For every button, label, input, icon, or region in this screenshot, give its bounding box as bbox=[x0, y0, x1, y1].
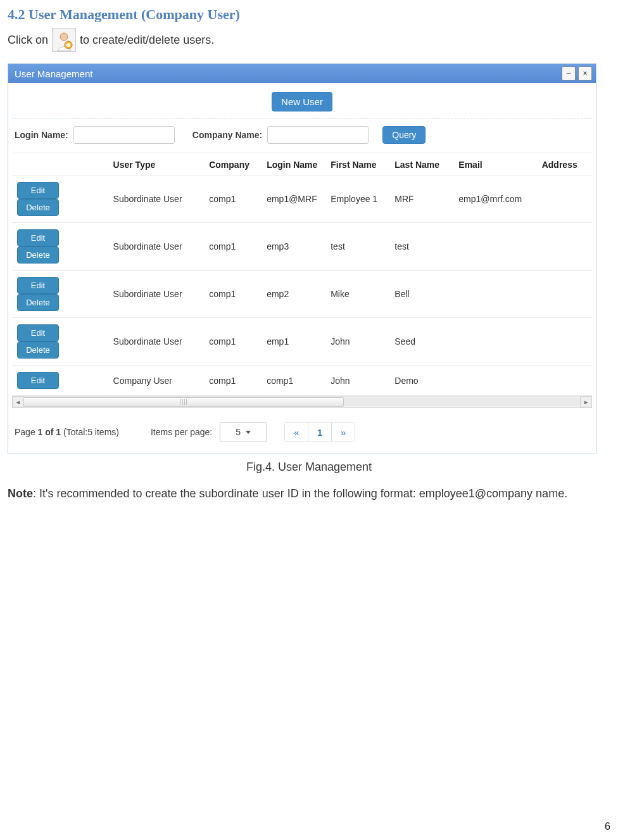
cell-address bbox=[537, 318, 588, 366]
cell-company: comp1 bbox=[204, 270, 262, 318]
cell-company: comp1 bbox=[204, 366, 262, 396]
table-row: EditDeleteSubordinate Usercomp1emp2MikeB… bbox=[12, 270, 592, 318]
row-actions-cell: EditDelete bbox=[12, 270, 108, 318]
table-row: EditCompany Usercomp1comp1JohnDemo bbox=[12, 366, 592, 396]
cell-po bbox=[588, 223, 592, 270]
delete-button[interactable]: Delete bbox=[17, 199, 59, 216]
cell-user-type: Subordinate User bbox=[108, 175, 205, 223]
pager-summary-prefix: Page bbox=[15, 427, 38, 437]
note-paragraph: Note: It's recommended to create the sub… bbox=[8, 485, 610, 502]
cell-first-name: test bbox=[325, 223, 389, 270]
cell-login-name: comp1 bbox=[262, 366, 325, 396]
table-row: EditDeleteSubordinate Usercomp1emp1JohnS… bbox=[12, 318, 592, 366]
intro-before: Click on bbox=[8, 34, 48, 47]
col-company-header: Company bbox=[204, 153, 262, 175]
scroll-left-arrow-icon[interactable]: ◄ bbox=[12, 397, 24, 407]
cell-last-name: MRF bbox=[389, 175, 453, 223]
note-text: : It's recommended to create the subordi… bbox=[33, 487, 567, 500]
delete-button[interactable]: Delete bbox=[17, 246, 59, 264]
edit-button[interactable]: Edit bbox=[17, 372, 59, 389]
cell-login-name: emp1 bbox=[262, 318, 325, 366]
col-po-header: Po bbox=[588, 153, 592, 175]
scroll-right-arrow-icon[interactable]: ► bbox=[580, 397, 592, 407]
col-address-header: Address bbox=[537, 153, 588, 175]
table-wrapper: User Type Company Login Name First Name … bbox=[12, 153, 592, 396]
horizontal-scrollbar[interactable]: ◄ ► bbox=[12, 396, 592, 408]
table-body: EditDeleteSubordinate Usercomp1emp1@MRFE… bbox=[12, 175, 592, 396]
login-name-input[interactable] bbox=[73, 126, 175, 144]
new-user-row: New User bbox=[12, 87, 592, 118]
filter-row: Login Name: Company Name: Query bbox=[12, 125, 592, 151]
edit-button[interactable]: Edit bbox=[17, 182, 59, 199]
note-label: Note bbox=[8, 487, 33, 500]
scroll-thumb[interactable] bbox=[23, 397, 344, 407]
section-heading: 4.2 User Management (Company User) bbox=[8, 6, 610, 23]
company-name-input[interactable] bbox=[267, 126, 369, 144]
page-prev-button[interactable]: « bbox=[285, 423, 308, 442]
cell-email bbox=[453, 223, 536, 270]
edit-button[interactable]: Edit bbox=[17, 324, 59, 341]
items-per-page: Items per page: 5 « 1 » bbox=[151, 422, 355, 442]
items-per-page-value: 5 bbox=[236, 427, 241, 437]
panel-body: New User Login Name: Company Name: Query… bbox=[8, 83, 596, 454]
delete-button[interactable]: Delete bbox=[17, 341, 59, 359]
table-row: EditDeleteSubordinate Usercomp1emp3testt… bbox=[12, 223, 592, 270]
row-actions-cell: EditDelete bbox=[12, 223, 108, 270]
user-management-panel: User Management – × New User Login Name:… bbox=[8, 63, 596, 454]
minimize-button[interactable]: – bbox=[562, 67, 576, 80]
svg-rect-3 bbox=[66, 44, 70, 46]
row-actions-cell: Edit bbox=[12, 366, 108, 396]
row-actions-cell: EditDelete bbox=[12, 175, 108, 223]
panel-title: User Management bbox=[15, 68, 92, 79]
page-number: 6 bbox=[605, 821, 610, 832]
cell-login-name: emp2 bbox=[262, 270, 325, 318]
pager-summary: Page 1 of 1 (Total:5 items) bbox=[15, 427, 119, 437]
cell-login-name: emp3 bbox=[262, 223, 325, 270]
svg-point-0 bbox=[60, 33, 68, 41]
pager-summary-page: 1 of 1 bbox=[38, 427, 61, 437]
panel-header: User Management – × bbox=[8, 64, 596, 83]
cell-email bbox=[453, 270, 536, 318]
cell-login-name: emp1@MRF bbox=[262, 175, 325, 223]
items-per-page-label: Items per page: bbox=[151, 427, 212, 437]
col-login-header: Login Name bbox=[262, 153, 325, 175]
table-row: EditDeleteSubordinate Usercomp1emp1@MRFE… bbox=[12, 175, 592, 223]
edit-button[interactable]: Edit bbox=[17, 277, 59, 294]
cell-po bbox=[588, 318, 592, 366]
table-header-row: User Type Company Login Name First Name … bbox=[12, 153, 592, 175]
company-name-label: Company Name: bbox=[192, 130, 262, 140]
cell-user-type: Subordinate User bbox=[108, 318, 205, 366]
cell-email bbox=[453, 366, 536, 396]
cell-email: emp1@mrf.com bbox=[453, 175, 536, 223]
col-last-header: Last Name bbox=[389, 153, 453, 175]
delete-button[interactable]: Delete bbox=[17, 294, 59, 311]
pager: Page 1 of 1 (Total:5 items) Items per pa… bbox=[12, 408, 592, 446]
cell-user-type: Subordinate User bbox=[108, 223, 205, 270]
col-first-header: First Name bbox=[325, 153, 389, 175]
cell-address bbox=[537, 366, 588, 396]
intro-after: to create/edit/delete users. bbox=[80, 34, 214, 47]
col-usertype-header: User Type bbox=[108, 153, 205, 175]
cell-last-name: Seed bbox=[389, 318, 453, 366]
row-actions-cell: EditDelete bbox=[12, 318, 108, 366]
login-name-label: Login Name: bbox=[15, 130, 68, 140]
new-user-button[interactable]: New User bbox=[272, 92, 332, 111]
cell-user-type: Company User bbox=[108, 366, 205, 396]
user-table: User Type Company Login Name First Name … bbox=[12, 153, 592, 396]
close-button[interactable]: × bbox=[578, 67, 592, 80]
page-1-button[interactable]: 1 bbox=[308, 423, 332, 442]
query-button[interactable]: Query bbox=[382, 126, 426, 144]
cell-first-name: John bbox=[325, 366, 389, 396]
pagination: « 1 » bbox=[284, 422, 355, 442]
items-per-page-select[interactable]: 5 bbox=[220, 422, 267, 442]
cell-address bbox=[537, 223, 588, 270]
col-email-header: Email bbox=[453, 153, 536, 175]
cell-first-name: John bbox=[325, 318, 389, 366]
edit-button[interactable]: Edit bbox=[17, 229, 59, 246]
cell-first-name: Employee 1 bbox=[325, 175, 389, 223]
cell-first-name: Mike bbox=[325, 270, 389, 318]
cell-po bbox=[588, 270, 592, 318]
page-next-button[interactable]: » bbox=[332, 423, 355, 442]
cell-address bbox=[537, 175, 588, 223]
user-management-icon bbox=[52, 28, 76, 52]
